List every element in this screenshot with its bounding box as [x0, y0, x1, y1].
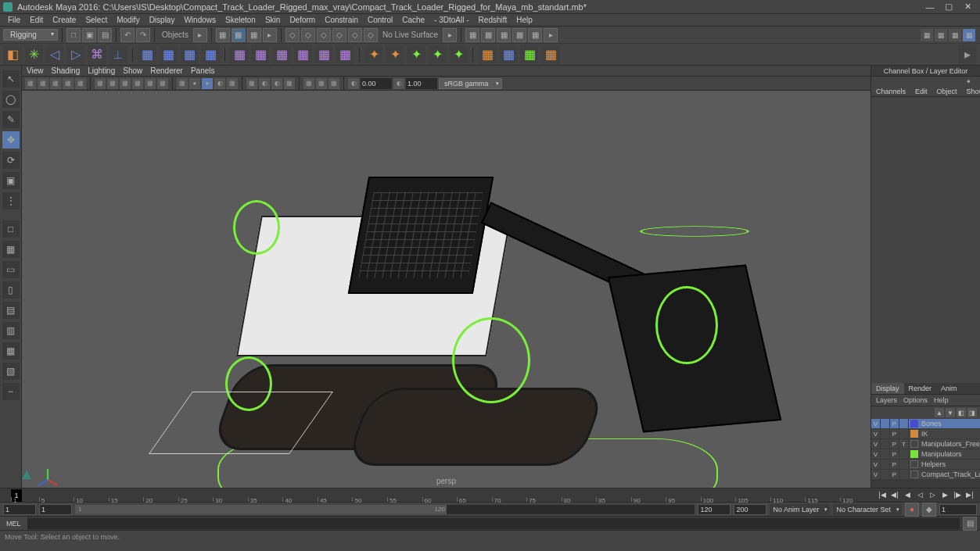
scale-tool-icon[interactable]: ▣	[2, 172, 20, 189]
vp-aa-icon[interactable]: ▦	[316, 78, 327, 89]
shelf-options-icon[interactable]: ▸	[958, 45, 977, 64]
layer-r-toggle[interactable]	[881, 439, 890, 449]
two-pane-h-icon[interactable]: ▭	[2, 261, 20, 278]
layer-p-toggle[interactable]: P	[890, 470, 899, 479]
layer-v-toggle[interactable]: V	[871, 470, 881, 479]
vp-gamma-icon[interactable]: ◐	[393, 78, 404, 89]
vp-textured-icon[interactable]: ●	[202, 78, 213, 89]
viewport-menu-renderer[interactable]: Renderer	[150, 66, 183, 75]
vp-bookmark-icon[interactable]: ▦	[38, 78, 48, 89]
near-clip-input[interactable]	[361, 78, 392, 89]
go-start-button[interactable]: |◀	[877, 490, 888, 499]
select-hierarchy-icon[interactable]: ▸	[193, 28, 207, 42]
auto-key-icon[interactable]: ●	[905, 503, 919, 517]
bake-icon[interactable]: ▦	[541, 45, 560, 64]
far-clip-input[interactable]	[406, 78, 437, 89]
layer-t-toggle[interactable]	[899, 419, 909, 428]
bind-skin-icon[interactable]: ▦	[138, 45, 156, 64]
vp-motion-blur-icon[interactable]: ▦	[303, 78, 314, 89]
viewport-menu-lighting[interactable]: Lighting	[88, 66, 115, 75]
vp-shaded-icon[interactable]: ●	[189, 78, 200, 89]
menu-select[interactable]: Select	[81, 16, 112, 24]
layer-t-toggle[interactable]: T	[899, 439, 909, 449]
layer-p-toggle[interactable]: P	[890, 449, 899, 459]
snap-point-icon[interactable]: ◇	[317, 28, 331, 42]
snap-view-icon[interactable]: ◇	[364, 28, 378, 42]
set-key-icon[interactable]: ◆	[922, 503, 936, 517]
layer-p-toggle[interactable]: P	[890, 429, 899, 438]
range-end-outer-input[interactable]	[734, 504, 766, 515]
snap-grid-icon[interactable]: ◇	[285, 28, 300, 42]
constraint-scale-icon[interactable]: ✦	[428, 45, 447, 64]
layer-menu-help[interactable]: Help	[934, 396, 949, 404]
viewport-menu-show[interactable]: Show	[123, 66, 142, 75]
vp-dof-icon[interactable]: ▦	[328, 78, 339, 89]
open-scene-icon[interactable]: ▣	[82, 28, 96, 42]
vp-select-camera-icon[interactable]: ▦	[25, 78, 36, 89]
skeleton-icon[interactable]: ⟂	[109, 45, 127, 64]
layer-row[interactable]: VPBones	[871, 419, 980, 429]
module-selector[interactable]: Rigging	[3, 29, 58, 41]
layer-tab-display[interactable]: Display	[871, 383, 904, 394]
layer-v-toggle[interactable]: V	[871, 439, 881, 449]
select-by-object-icon[interactable]: ▦	[216, 28, 230, 42]
layer-row[interactable]: VPHelpers	[871, 460, 980, 470]
undo-icon[interactable]: ↶	[120, 28, 135, 42]
softmod-icon[interactable]: ▦	[314, 45, 333, 64]
layer-new-empty-icon[interactable]: ◧	[957, 408, 966, 417]
minimize-button[interactable]: —	[921, 1, 939, 13]
vp-field-chart-icon[interactable]: ▦	[145, 78, 156, 89]
layer-name[interactable]: Compact_Track_Load	[920, 470, 980, 478]
layer-new-selected-icon[interactable]: ◨	[967, 408, 977, 417]
custom-layout-icon[interactable]: ▧	[2, 363, 20, 380]
snap-curve-icon[interactable]: ◇	[301, 28, 315, 42]
step-forward-button[interactable]: ▶	[939, 490, 950, 499]
menu-help[interactable]: Help	[512, 16, 537, 24]
hypershade-layout-icon[interactable]: ▦	[2, 342, 20, 360]
four-pane-icon[interactable]: ▦	[2, 241, 20, 258]
select-mask2-icon[interactable]: ▸	[263, 28, 277, 42]
layer-menu-layers[interactable]: Layers	[876, 396, 897, 404]
time-slider[interactable]: 1 |◀ ◀| ◀ ◁ ▷ ▶ |▶ ▶| 151015202530354045…	[0, 488, 980, 503]
layer-name[interactable]: Manipulators_Freez	[920, 440, 980, 448]
new-scene-icon[interactable]: □	[66, 28, 81, 42]
select-by-component-icon[interactable]: ▦	[232, 28, 246, 42]
step-forward-key-button[interactable]: |▶	[952, 490, 963, 499]
lasso-tool-icon[interactable]: ◯	[2, 91, 20, 108]
vp-ao-icon[interactable]: ▦	[284, 78, 295, 89]
last-tool-icon[interactable]: ⋮	[2, 192, 20, 209]
step-back-button[interactable]: ◀	[902, 490, 913, 499]
channel-tab-edit[interactable]: Edit	[910, 86, 932, 96]
vp-2d-pan-icon[interactable]: ▦	[63, 78, 74, 89]
layer-scrollbar[interactable]	[871, 480, 980, 488]
layer-menu-options[interactable]: Options	[903, 396, 928, 404]
menu-control[interactable]: Control	[363, 16, 397, 24]
layer-r-toggle[interactable]	[881, 460, 890, 469]
rig-control-front[interactable]	[655, 286, 718, 364]
vp-xray-icon[interactable]: ◐	[259, 78, 270, 89]
ik-spline-icon[interactable]: ▷	[66, 45, 85, 64]
layer-color-swatch[interactable]	[910, 440, 918, 448]
move-tool-icon[interactable]: ✥	[2, 131, 20, 148]
menu-file[interactable]: File	[3, 16, 25, 24]
menu-skeleton[interactable]: Skeleton	[221, 16, 260, 24]
ipr-render-icon[interactable]: ▦	[497, 28, 511, 42]
layer-tab-render[interactable]: Render	[904, 383, 937, 394]
command-language-label[interactable]: MEL	[0, 517, 27, 530]
play-back-button[interactable]: ◁	[914, 490, 925, 499]
vp-xray-joints-icon[interactable]: ◐	[271, 78, 282, 89]
render-view-icon[interactable]: ▦	[528, 28, 542, 42]
range-start-inner-input[interactable]	[39, 504, 72, 515]
character-set-dropdown[interactable]: No Character Set	[833, 504, 902, 515]
viewport-menu-panels[interactable]: Panels	[191, 66, 215, 75]
persp-outliner-icon[interactable]: ▥	[2, 322, 20, 339]
layer-color-swatch[interactable]	[910, 470, 918, 478]
constraint-orient-icon[interactable]: ✦	[407, 45, 425, 64]
vp-gate-mask-icon[interactable]: ▦	[132, 78, 143, 89]
layer-t-toggle[interactable]	[899, 449, 909, 459]
layer-tab-anim[interactable]: Anim	[936, 383, 962, 394]
toggle-attr-icon[interactable]: ▦	[935, 29, 947, 41]
play-forward-button[interactable]: ▷	[927, 490, 938, 499]
quick-rig-icon[interactable]: ▦	[478, 45, 497, 64]
range-slider[interactable]: 1 120	[75, 505, 695, 514]
